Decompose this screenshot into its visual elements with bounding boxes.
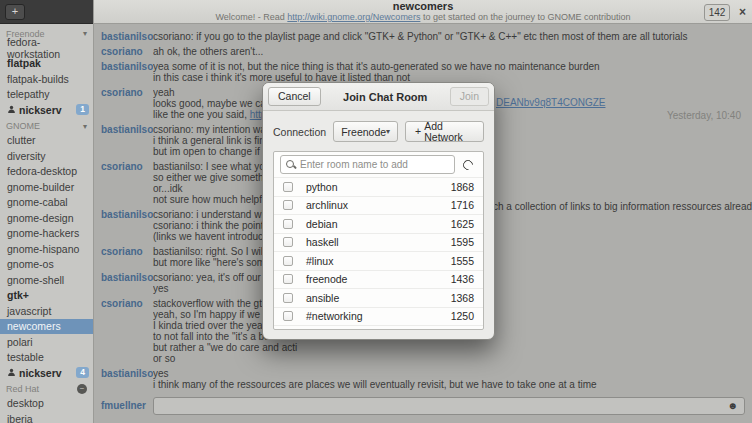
room-label: gnome-os [7,258,54,270]
user-count-button[interactable]: 142 [704,4,730,21]
room-name: python [306,181,338,193]
message-fragment: or...idk [153,183,182,194]
chat-message-line: but rather a "we do care and acti [94,342,744,353]
nick-label [94,257,153,268]
room-label: gnome-shell [7,274,64,286]
add-network-button[interactable]: + Add Network [405,121,484,142]
room-checkbox[interactable] [283,293,293,303]
message-text: yea some of it is not, but the nice thin… [153,61,744,72]
room-label: iberia [7,413,33,423]
dialog-room-row[interactable]: ansible 1368 [274,288,483,307]
dialog-room-row[interactable]: freenode 1436 [274,270,483,289]
message-fragment: yeah [153,394,175,395]
header-actions: 142 × [704,0,746,24]
sidebar-room-item[interactable]: fedora-workstation [0,40,93,56]
nick-label [94,309,153,320]
unread-badge: 1 [76,104,89,115]
plus-icon: + [415,126,421,137]
room-label: flatpak [7,57,41,69]
room-label: diversity [7,150,46,162]
chevron-down-icon: ▾ [83,122,87,131]
sidebar-room-item[interactable]: gnome-os [0,257,93,273]
sidebar-room-item[interactable]: gtk+ [0,288,93,304]
sidebar-room-item[interactable]: clutter [0,133,93,149]
sidebar-room-item[interactable]: gnome-hispano [0,241,93,257]
sidebar-room-item[interactable]: gnome-hackers [0,226,93,242]
message-entry[interactable]: ☻ [153,397,745,415]
headerbar: newcomers Welcome! - Read http://wiki.gn… [94,0,752,24]
room-label: testable [7,351,44,363]
room-user-count: 1250 [451,310,474,322]
message-text: yeah [153,394,744,395]
connection-selected-value: Freenode [341,126,386,138]
dialog-room-row[interactable]: #networking 1250 [274,307,483,326]
room-checkbox[interactable] [283,237,293,247]
dialog-room-row[interactable]: debian 1625 [274,214,483,233]
nick-label [94,379,153,390]
sidebar-room-item[interactable]: iberia [0,411,93,423]
sidebar-room-item[interactable]: polari [0,334,93,350]
room-label: gnome-builder [7,181,74,193]
person-icon [7,368,16,377]
nick-label [94,72,153,83]
page-subtitle: Welcome! - Read http://wiki.gnome.org/Ne… [215,12,630,22]
nick-label [94,342,153,353]
room-user-count: 1555 [451,255,474,267]
room-search-input[interactable] [300,159,449,170]
cancel-button[interactable]: Cancel [268,87,321,106]
sidebar-room-item[interactable]: newcomers [0,319,93,335]
dialog-room-row[interactable]: python 1868 [274,177,483,196]
refresh-icon [461,157,475,171]
nick-label: bastianilso [94,368,153,379]
sidebar-room-item[interactable]: gnome-builder [0,179,93,195]
sidebar-room-item[interactable]: gnome-design [0,210,93,226]
message-fragment: or so [153,353,175,364]
sidebar-room-item[interactable]: telepathy [0,87,93,103]
room-checkbox[interactable] [283,311,293,321]
sidebar-room-item[interactable]: diversity [0,148,93,164]
room-checkbox[interactable] [283,274,293,284]
message-input[interactable] [160,400,727,411]
room-checkbox[interactable] [283,200,293,210]
connection-select[interactable]: Freenode ▾ [333,121,398,142]
sidebar-room-item[interactable]: nickserv 1 [0,102,93,118]
refresh-button[interactable] [455,160,481,170]
message-fragment: yeah [153,87,175,98]
nick-label: bastianilso [94,31,153,42]
nick-label [94,194,153,205]
sidebar-room-item[interactable]: gnome-shell [0,272,93,288]
dialog-room-row[interactable]: haskell 1595 [274,233,483,252]
message-input-row: fmuellner ☻ [94,395,752,423]
room-search-entry[interactable] [280,155,455,174]
emoji-picker-icon[interactable]: ☻ [727,401,738,411]
room-checkbox[interactable] [283,219,293,229]
connection-header-gnome[interactable]: GNOME ▾ [0,120,93,133]
dialog-room-row[interactable]: archlinux 1716 [274,196,483,215]
dialog-room-row[interactable]: bitcoin 1244 [274,325,483,330]
connection-header-redhat[interactable]: Red Hat − [0,383,93,396]
close-icon[interactable]: × [739,0,746,24]
message-link-fragment[interactable]: DEANbv9q8T4CONGZE [496,97,605,108]
room-label: desktop [7,397,44,409]
sidebar-room-item[interactable]: gnome-cabal [0,195,93,211]
sidebar-room-item[interactable]: testable [0,350,93,366]
subtitle-link[interactable]: http://wiki.gnome.org/Newcomers [287,12,420,22]
sidebar-room-item[interactable]: fedora-desktop [0,164,93,180]
add-room-button[interactable]: + [5,4,25,20]
room-list-gnome: clutter diversity fedora-desktop [0,133,93,381]
subtitle-text: to get started on the journey to GNOME c… [420,12,630,22]
sidebar-room-item[interactable]: javascript [0,303,93,319]
dialog-room-row[interactable]: #linux 1555 [274,251,483,270]
message-text: i think many of the ressources are place… [153,379,744,390]
room-label: gnome-cabal [7,196,68,208]
message-text: but rather a "we do care and acti [153,342,744,353]
sidebar-room-item[interactable]: flatpak-builds [0,71,93,87]
nick-label: csoriano [94,46,153,57]
room-checkbox[interactable] [283,256,293,266]
join-button[interactable]: Join [450,87,489,106]
room-checkbox[interactable] [283,182,293,192]
sidebar-room-item[interactable]: nickserv 4 [0,365,93,381]
nick-label [94,320,153,331]
sidebar-room-item[interactable]: desktop [0,396,93,412]
chat-message-line: bastianilso csoriano: if you go to the p… [94,31,744,42]
